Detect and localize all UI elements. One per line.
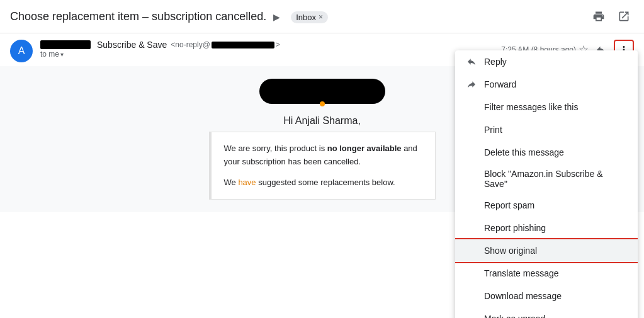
delete-menu-icon <box>465 146 478 159</box>
download-menu-label: Download message <box>484 291 562 301</box>
sender-name-redacted <box>40 40 91 49</box>
print-menu-label: Print <box>484 125 502 135</box>
block-menu-icon <box>465 173 478 185</box>
msg-text-3: We <box>224 178 239 187</box>
unread-menu-label: Mark as unread <box>484 314 545 318</box>
avatar: A <box>10 40 33 62</box>
inbox-close-icon[interactable]: × <box>319 13 323 21</box>
message-line-1: We are sorry, this product is no longer … <box>224 142 422 169</box>
open-in-new-icon <box>618 10 630 23</box>
phishing-menu-label: Report phishing <box>484 223 546 233</box>
brand-logo-dot <box>320 101 325 106</box>
show-original-menu-icon <box>465 244 478 257</box>
msg-bold: no longer available <box>327 144 402 153</box>
message-box: We are sorry, this product is no longer … <box>209 132 436 200</box>
download-menu-icon <box>465 290 478 302</box>
email-greeting: Hi Anjali Sharma, <box>283 115 361 127</box>
menu-item-block[interactable]: Block "Amazon.in Subscribe & Save" <box>455 164 638 194</box>
menu-item-filter[interactable]: Filter messages like this <box>455 96 638 118</box>
dropdown-menu: ReplyForwardFilter messages like thisPri… <box>455 50 638 318</box>
sender-email: <no-reply@> <box>171 40 280 49</box>
email-subject-line: Choose replacement item – subscription c… <box>10 10 589 23</box>
translate-menu-label: Translate message <box>484 268 559 278</box>
print-icon <box>592 10 605 23</box>
menu-item-unread[interactable]: Mark as unread <box>455 307 638 318</box>
sender-name-line: Subscribe & Save <no-reply@> <box>40 40 501 50</box>
print-menu-icon <box>465 123 478 136</box>
msg-text-4: suggested some replacements below. <box>256 178 395 187</box>
menu-item-delete[interactable]: Delete this message <box>455 141 638 164</box>
sender-label: Subscribe & Save <box>97 40 167 50</box>
message-line-2: We have suggested some replacements belo… <box>224 176 422 190</box>
menu-item-phishing[interactable]: Report phishing <box>455 217 638 239</box>
forward-menu-label: Forward <box>484 79 516 89</box>
sender-info: Subscribe & Save <no-reply@> to me ▾ <box>40 40 501 59</box>
open-in-new-button[interactable] <box>614 6 634 26</box>
menu-item-print[interactable]: Print <box>455 118 638 141</box>
brand-logo <box>259 79 385 104</box>
inbox-badge[interactable]: Inbox × <box>291 11 328 23</box>
menu-item-reply[interactable]: Reply <box>455 50 638 73</box>
msg-orange: have <box>238 178 256 187</box>
email-redacted <box>212 42 274 48</box>
phishing-menu-icon <box>465 222 478 234</box>
subject-arrow: ▶ <box>273 12 280 22</box>
reply-menu-label: Reply <box>484 57 507 67</box>
filter-menu-label: Filter messages like this <box>484 102 578 112</box>
subject-text: Choose replacement item – subscription c… <box>10 10 266 23</box>
email-container: Choose replacement item – subscription c… <box>0 0 644 318</box>
spam-menu-label: Report spam <box>484 200 534 210</box>
filter-menu-icon <box>465 101 478 113</box>
unread-menu-icon <box>465 312 478 318</box>
delete-menu-label: Delete this message <box>484 147 564 157</box>
menu-item-translate[interactable]: Translate message <box>455 262 638 285</box>
print-button[interactable] <box>589 6 609 26</box>
to-me-toggle[interactable]: to me ▾ <box>40 50 501 59</box>
block-menu-label: Block "Amazon.in Subscribe & Save" <box>484 169 628 189</box>
menu-item-spam[interactable]: Report spam <box>455 194 638 217</box>
show-original-menu-label: Show original <box>484 246 537 256</box>
menu-item-download[interactable]: Download message <box>455 285 638 307</box>
forward-menu-icon <box>465 78 478 91</box>
reply-menu-icon <box>465 55 478 68</box>
header-actions <box>589 6 634 26</box>
email-header: Choose replacement item – subscription c… <box>0 0 644 33</box>
inbox-label: Inbox <box>296 13 316 22</box>
msg-text-1: We are sorry, this product is <box>224 144 327 153</box>
translate-menu-icon <box>465 267 478 280</box>
spam-menu-icon <box>465 199 478 212</box>
menu-item-show-original[interactable]: Show original <box>455 239 638 262</box>
menu-item-forward[interactable]: Forward <box>455 73 638 96</box>
chevron-down-icon: ▾ <box>60 51 64 58</box>
